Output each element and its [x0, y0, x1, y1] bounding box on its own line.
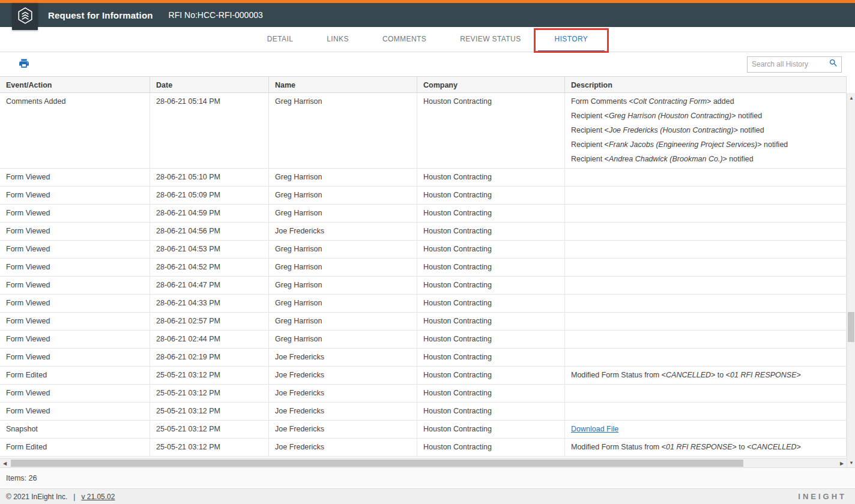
cell-event-action: Form Edited — [0, 367, 150, 384]
history-search-box — [747, 56, 842, 73]
cell-event-action: Form Viewed — [0, 295, 150, 312]
cell-event-action: Form Viewed — [0, 205, 150, 222]
tab-label: HISTORY — [555, 35, 588, 43]
horizontal-scrollbar[interactable]: ◀ ▶ — [0, 458, 847, 467]
cell-description — [565, 223, 847, 240]
ineight-wordmark: INEIGHT — [798, 492, 847, 501]
column-header-date: Date — [150, 77, 269, 92]
table-row: Form Viewed 28-06-21 02:57 PM Greg Harri… — [0, 313, 847, 331]
cell-event-action: Form Viewed — [0, 313, 150, 330]
cell-event-action: Form Viewed — [0, 241, 150, 258]
cell-date: 25-05-21 03:12 PM — [150, 367, 269, 384]
tab-bar: DETAIL LINKS COMMENTS REVIEW STATUS HIST… — [0, 27, 855, 52]
cell-name: Greg Harrison — [269, 241, 417, 258]
cell-name: Greg Harrison — [269, 331, 417, 348]
cell-description — [565, 169, 847, 186]
cell-name: Greg Harrison — [269, 313, 417, 330]
cell-name: Joe Fredericks — [269, 349, 417, 366]
cell-event-action: Form Viewed — [0, 169, 150, 186]
cell-date: 28-06-21 02:19 PM — [150, 349, 269, 366]
cell-date: 25-05-21 03:12 PM — [150, 403, 269, 420]
cell-date: 25-05-21 03:12 PM — [150, 385, 269, 402]
cell-company: Houston Contracting — [417, 205, 565, 222]
table-row: Form Viewed 28-06-21 04:53 PM Greg Harri… — [0, 241, 847, 259]
cell-date: 28-06-21 05:14 PM — [150, 93, 269, 168]
search-button[interactable] — [826, 57, 841, 72]
tab-label: LINKS — [327, 35, 349, 43]
cell-event-action: Form Viewed — [0, 349, 150, 366]
cell-date: 28-06-21 04:33 PM — [150, 295, 269, 312]
rfi-number: RFI No:HCC-RFI-000003 — [169, 10, 263, 20]
tab-links[interactable]: LINKS — [310, 27, 366, 52]
cell-name: Greg Harrison — [269, 205, 417, 222]
tab-history[interactable]: HISTORY — [538, 27, 605, 52]
table-row: Form Viewed 25-05-21 03:12 PM Joe Freder… — [0, 403, 847, 421]
app-footer: © 2021 InEight Inc. | v 21.05.02 INEIGHT — [0, 488, 855, 504]
cell-event-action: Comments Added — [0, 93, 150, 168]
cell-company: Houston Contracting — [417, 331, 565, 348]
cell-description — [565, 349, 847, 366]
search-icon — [829, 58, 838, 70]
tab-review-status[interactable]: REVIEW STATUS — [443, 27, 537, 52]
table-row: Form Viewed 28-06-21 02:19 PM Joe Freder… — [0, 349, 847, 367]
copyright-text: © 2021 InEight Inc. — [6, 493, 67, 501]
cell-company: Houston Contracting — [417, 313, 565, 330]
print-button[interactable] — [17, 57, 31, 71]
tab-label: DETAIL — [267, 35, 294, 43]
horizontal-scrollbar-thumb[interactable] — [11, 460, 743, 467]
cell-date: 25-05-21 03:12 PM — [150, 439, 269, 456]
table-row: Form Viewed 25-05-21 03:12 PM Joe Freder… — [0, 385, 847, 403]
cell-description: Modified Form Status from <01 RFI RESPON… — [565, 439, 847, 456]
cell-description — [565, 205, 847, 222]
cell-description: Download File — [565, 421, 847, 438]
cell-name: Joe Fredericks — [269, 385, 417, 402]
cell-company: Houston Contracting — [417, 223, 565, 240]
cell-description — [565, 331, 847, 348]
cell-description — [565, 277, 847, 294]
cell-event-action: Form Viewed — [0, 223, 150, 240]
footer-separator: | — [73, 493, 75, 501]
cell-description — [565, 187, 847, 204]
vertical-scrollbar-thumb[interactable] — [848, 312, 854, 342]
cell-description: Form Comments <Colt Contracting Form> ad… — [565, 93, 847, 168]
app-logo[interactable] — [12, 3, 38, 30]
cell-name: Greg Harrison — [269, 187, 417, 204]
table-body: Comments Added 28-06-21 05:14 PM Greg Ha… — [0, 93, 847, 457]
ineight-shield-icon — [17, 7, 33, 26]
table-row: Form Viewed 28-06-21 05:10 PM Greg Harri… — [0, 169, 847, 187]
cell-name: Joe Fredericks — [269, 403, 417, 420]
history-toolbar — [0, 52, 855, 76]
tab-detail[interactable]: DETAIL — [250, 27, 310, 52]
scroll-down-arrow-icon[interactable]: ▼ — [847, 458, 855, 467]
cell-description — [565, 259, 847, 276]
vertical-scrollbar[interactable]: ▲ ▼ — [847, 93, 855, 467]
cell-date: 28-06-21 02:44 PM — [150, 331, 269, 348]
cell-name: Greg Harrison — [269, 169, 417, 186]
cell-company: Houston Contracting — [417, 169, 565, 186]
scroll-left-arrow-icon[interactable]: ◀ — [1, 459, 9, 467]
cell-date: 28-06-21 04:53 PM — [150, 241, 269, 258]
cell-company: Houston Contracting — [417, 403, 565, 420]
version-link[interactable]: v 21.05.02 — [81, 493, 115, 501]
cell-name: Joe Fredericks — [269, 223, 417, 240]
cell-event-action: Form Viewed — [0, 331, 150, 348]
cell-name: Joe Fredericks — [269, 421, 417, 438]
cell-date: 28-06-21 05:10 PM — [150, 169, 269, 186]
cell-date: 28-06-21 04:59 PM — [150, 205, 269, 222]
table-row: Snapshot 25-05-21 03:12 PM Joe Frederick… — [0, 421, 847, 439]
table-row: Form Viewed 28-06-21 04:52 PM Greg Harri… — [0, 259, 847, 277]
column-header-description: Description — [565, 77, 847, 92]
cell-event-action: Form Viewed — [0, 259, 150, 276]
cell-event-action: Snapshot — [0, 421, 150, 438]
download-file-link[interactable]: Download File — [571, 425, 618, 433]
search-input[interactable] — [748, 60, 826, 68]
cell-event-action: Form Viewed — [0, 385, 150, 402]
tab-comments[interactable]: COMMENTS — [366, 27, 443, 52]
cell-company: Houston Contracting — [417, 367, 565, 384]
scroll-right-arrow-icon[interactable]: ▶ — [838, 459, 846, 467]
table-row: Form Edited 25-05-21 03:12 PM Joe Freder… — [0, 367, 847, 385]
table-row: Form Viewed 28-06-21 04:33 PM Greg Harri… — [0, 295, 847, 313]
scroll-up-arrow-icon[interactable]: ▲ — [847, 94, 855, 102]
table-row: Form Viewed 28-06-21 05:09 PM Greg Harri… — [0, 187, 847, 205]
items-count: Items: 26 — [6, 474, 37, 482]
